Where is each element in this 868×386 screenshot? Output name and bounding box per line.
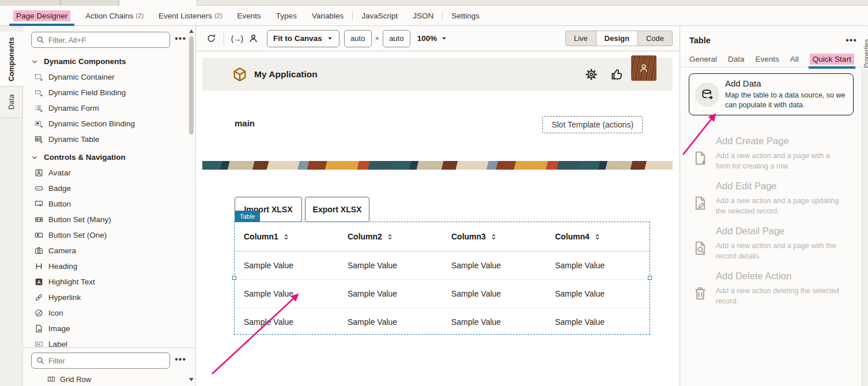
window-tab[interactable] bbox=[0, 0, 61, 6]
components-scrollbar[interactable] bbox=[188, 28, 194, 384]
icon-c-icon bbox=[35, 309, 43, 317]
settings-button[interactable] bbox=[585, 68, 598, 81]
structure-overflow-menu-icon[interactable]: ••• bbox=[170, 354, 190, 367]
components-filter-input[interactable] bbox=[48, 36, 165, 44]
tab-json[interactable]: JSON bbox=[405, 6, 441, 26]
component-item-label[interactable]: Label bbox=[23, 336, 195, 347]
tab-javascript[interactable]: JavaScript bbox=[354, 6, 405, 26]
tab-page-designer[interactable]: Page Designer bbox=[6, 6, 78, 26]
tab-settings[interactable]: Settings bbox=[444, 6, 487, 26]
refresh-button[interactable] bbox=[203, 31, 219, 47]
label-c-icon bbox=[35, 340, 43, 347]
quickstart-add-edit-page-disabled: Add Edit Page Add a new action and a pag… bbox=[693, 181, 841, 216]
btnset-one-icon bbox=[35, 231, 43, 239]
component-item-button-set-many[interactable]: Button Set (Many) bbox=[23, 212, 195, 227]
properties-tab-events[interactable]: Events bbox=[756, 55, 779, 69]
component-label: Dynamic Section Binding bbox=[48, 119, 135, 128]
components-filter[interactable] bbox=[31, 32, 170, 48]
quickstart-title: Add Delete Action bbox=[716, 271, 841, 282]
rail-tab-components[interactable]: Components bbox=[0, 32, 23, 87]
canvas-toolbar: (→) Fit to Canvas auto × auto 100% LiveD… bbox=[196, 26, 680, 51]
heading-c-icon bbox=[35, 262, 43, 271]
tab-types[interactable]: Types bbox=[269, 6, 304, 26]
mode-code-button[interactable]: Code bbox=[638, 31, 673, 46]
user-context-button[interactable] bbox=[245, 31, 261, 47]
section-title: Dynamic Components bbox=[44, 57, 126, 66]
page-search-icon bbox=[693, 241, 708, 256]
resize-handle-left[interactable] bbox=[232, 276, 236, 280]
mode-live-button[interactable]: Live bbox=[565, 31, 596, 46]
component-item-highlight-text[interactable]: AHighlight Text bbox=[23, 274, 195, 290]
table-cell: Sample Value bbox=[235, 252, 338, 279]
tab-variables[interactable]: Variables bbox=[304, 6, 351, 26]
component-item-dynamic-container[interactable]: Dynamic Container bbox=[23, 69, 195, 85]
slot-template-button[interactable]: Slot Template (actions) bbox=[542, 116, 643, 133]
dyn-form-icon bbox=[35, 104, 43, 113]
component-item-badge[interactable]: Badge bbox=[23, 181, 195, 196]
properties-scrollbar[interactable] bbox=[862, 69, 867, 386]
rail-tab-data[interactable]: Data bbox=[0, 86, 23, 118]
properties-overflow-menu-icon[interactable]: ••• bbox=[846, 35, 857, 46]
properties-tab-data[interactable]: Data bbox=[728, 55, 745, 69]
component-item-dynamic-section-binding[interactable]: Dynamic Section Binding bbox=[23, 116, 195, 132]
column-header-column1[interactable]: Column1 bbox=[235, 222, 338, 251]
column-label: Column4 bbox=[555, 232, 590, 241]
tab-events[interactable]: Events bbox=[230, 6, 269, 26]
column-label: Column2 bbox=[348, 232, 382, 241]
table-row[interactable]: Sample ValueSample ValueSample ValueSamp… bbox=[235, 308, 650, 336]
structure-filter-input[interactable] bbox=[48, 357, 165, 365]
quickstart-add-data-button[interactable]: Add Data Map the table to a data source,… bbox=[689, 73, 854, 115]
column-header-column4[interactable]: Column4 bbox=[546, 222, 650, 251]
column-header-column2[interactable]: Column2 bbox=[338, 222, 442, 251]
window-tab[interactable] bbox=[61, 0, 119, 6]
zoom-select[interactable]: 100% bbox=[417, 34, 448, 43]
component-item-dynamic-table[interactable]: Dynamic Table bbox=[23, 132, 195, 147]
app-title: My Application bbox=[254, 69, 318, 80]
export-xlsx-button[interactable]: Export XLSX bbox=[305, 197, 369, 222]
scroll-down-icon[interactable] bbox=[189, 378, 194, 381]
component-item-image[interactable]: Image bbox=[23, 321, 195, 336]
component-item-heading[interactable]: Heading bbox=[23, 258, 195, 274]
properties-tab-all[interactable]: All bbox=[790, 55, 799, 69]
component-item-button[interactable]: Button bbox=[23, 196, 195, 212]
quickstart-description: Add a new action and a page with a form … bbox=[716, 151, 841, 171]
structure-item[interactable]: Grid Row bbox=[31, 372, 190, 386]
component-item-dynamic-form[interactable]: Dynamic Form bbox=[23, 100, 195, 116]
sort-icon bbox=[282, 233, 290, 241]
scrollbar-thumb[interactable] bbox=[189, 36, 194, 134]
table-row[interactable]: Sample ValueSample ValueSample ValueSamp… bbox=[235, 280, 650, 308]
component-item-button-set-one[interactable]: Button Set (One) bbox=[23, 227, 195, 243]
data-table[interactable]: Column1Column2Column3Column4 Sample Valu… bbox=[235, 222, 650, 334]
column-header-column3[interactable]: Column3 bbox=[442, 222, 546, 251]
canvas-height-input[interactable]: auto bbox=[383, 30, 410, 47]
left-rail: Components Data bbox=[0, 26, 23, 386]
mode-design-button[interactable]: Design bbox=[596, 31, 638, 46]
component-item-hyperlink[interactable]: Hyperlink bbox=[23, 290, 195, 305]
component-item-icon[interactable]: Icon bbox=[23, 305, 195, 321]
section-title: Controls & Navigation bbox=[44, 153, 126, 162]
like-button[interactable] bbox=[610, 68, 623, 81]
user-avatar[interactable] bbox=[631, 55, 656, 81]
properties-tabs: GeneralDataEventsAllQuick Start bbox=[680, 46, 867, 68]
component-item-camera[interactable]: Camera bbox=[23, 243, 195, 258]
scroll-up-icon[interactable] bbox=[189, 29, 194, 33]
structure-filter[interactable] bbox=[31, 353, 170, 369]
component-item-avatar[interactable]: Avatar bbox=[23, 165, 195, 181]
canvas-size-select[interactable]: Fit to Canvas bbox=[267, 30, 339, 47]
insert-component-button[interactable]: (→) bbox=[229, 31, 245, 47]
resize-handle-right[interactable] bbox=[648, 276, 652, 280]
properties-tab-label: All bbox=[790, 55, 799, 63]
collapsed-panel-tab[interactable]: Properties bbox=[863, 28, 868, 68]
quickstart-description: Add a new action and a page updating the… bbox=[716, 196, 841, 216]
component-item-dynamic-field-binding[interactable]: Dynamic Field Binding bbox=[23, 85, 195, 100]
tab-count: (2) bbox=[214, 12, 222, 19]
canvas-width-input[interactable]: auto bbox=[344, 30, 372, 47]
section-header-controls-navigation[interactable]: Controls & Navigation bbox=[23, 149, 195, 165]
table-row[interactable]: Sample ValueSample ValueSample ValueSamp… bbox=[235, 252, 650, 280]
properties-tab-general[interactable]: General bbox=[689, 55, 717, 69]
section-header-dynamic-components[interactable]: Dynamic Components bbox=[23, 54, 195, 69]
tab-action-chains[interactable]: Action Chains(2) bbox=[78, 6, 151, 26]
components-overflow-menu-icon[interactable]: ••• bbox=[170, 33, 190, 46]
tab-event-listeners[interactable]: Event Listeners(2) bbox=[151, 6, 230, 26]
properties-tab-quick-start[interactable]: Quick Start bbox=[810, 55, 854, 69]
